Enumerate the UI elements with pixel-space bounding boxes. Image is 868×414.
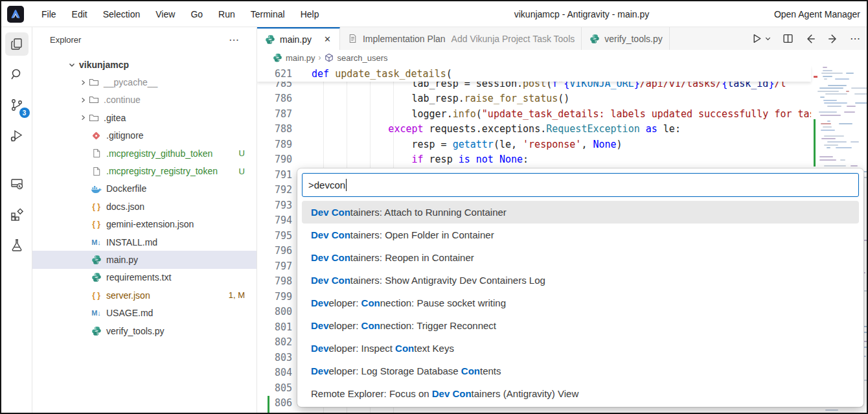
menu-item-help[interactable]: Help	[293, 6, 327, 22]
file-row-install-md[interactable]: M↓INSTALL.md	[32, 233, 257, 251]
minimap-line	[819, 156, 833, 157]
menu-item-edit[interactable]: Edit	[64, 6, 95, 22]
command-palette-results: Dev Containers: Attach to Running Contai…	[302, 201, 859, 405]
file-row-gemini-extension-json[interactable]: { }gemini-extension.json	[32, 216, 257, 233]
explorer-sidebar: Explorer ⋯ vikunjamcp __pycache__.contin…	[32, 27, 257, 413]
line-number: 796	[257, 245, 292, 257]
minimap-line	[827, 147, 830, 148]
title-bar: FileEditSelectionViewGoRunTerminalHelp v…	[1, 1, 867, 27]
menu-item-selection[interactable]: Selection	[95, 6, 148, 22]
command-item-7[interactable]: Developer: Log Storage Database Contents	[302, 360, 859, 382]
file-name: .gitea	[104, 113, 126, 123]
line-number: 800	[257, 306, 292, 317]
remote-explorer-icon[interactable]	[5, 172, 29, 196]
file-row--gitea[interactable]: .gitea	[32, 109, 257, 126]
explorer-icon[interactable]	[5, 32, 29, 56]
run-debug-icon[interactable]	[5, 124, 29, 147]
minimap-line	[819, 111, 837, 113]
minimap-line	[835, 78, 850, 80]
file-name: INSTALL.md	[106, 237, 157, 247]
chevron-right-icon	[78, 95, 88, 105]
line-number: 797	[257, 260, 292, 272]
source-control-icon[interactable]: 3	[5, 93, 29, 117]
file-row-docs-json[interactable]: { }docs.json	[32, 198, 257, 215]
file-row--gitignore[interactable]: .gitignore	[32, 127, 257, 144]
file-name: verify_tools.py	[106, 326, 164, 336]
testing-icon[interactable]	[5, 233, 29, 257]
tree-root-folder[interactable]: vikunjamcp	[32, 56, 257, 73]
file-row-main-py[interactable]: main.py	[32, 251, 257, 268]
minimap-line	[828, 85, 847, 86]
file-row-dockerfile[interactable]: Dockerfile	[32, 180, 257, 198]
file-name: .gitignore	[106, 130, 144, 141]
minimap-line	[821, 73, 843, 74]
line-number: 787	[257, 108, 292, 120]
json-icon: { }	[91, 219, 102, 230]
command-item-6[interactable]: Developer: Inspect Context Keys	[302, 337, 859, 360]
source-control-badge: 3	[19, 108, 30, 118]
minimap-line	[851, 87, 867, 89]
breadcrumb-file[interactable]: main.py	[286, 53, 315, 63]
command-item-8[interactable]: Remote Explorer: Focus on Dev Containers…	[302, 382, 859, 405]
extensions-icon[interactable]	[5, 203, 29, 226]
file-row-requirements-txt[interactable]: requirements.txt	[32, 269, 257, 286]
code-line-787: 787logger.info("update_task_details: lab…	[257, 106, 811, 122]
explorer-more-actions-icon[interactable]: ⋯	[229, 34, 240, 46]
line-number: 805	[257, 382, 292, 394]
file-row--mcpregistry-registry-token[interactable]: .mcpregistry_registry_tokenU	[32, 162, 257, 179]
minimap-line	[824, 165, 846, 167]
file-row--continue[interactable]: .continue	[32, 91, 257, 109]
menu-item-run[interactable]: Run	[211, 6, 243, 22]
file-name: main.py	[106, 255, 138, 265]
command-item-2[interactable]: Dev Containers: Reopen in Container	[302, 246, 859, 269]
docker-icon	[91, 183, 102, 194]
command-item-1[interactable]: Dev Containers: Open Folder in Container	[302, 224, 859, 246]
menu-item-view[interactable]: View	[148, 6, 183, 22]
file-row-server-json[interactable]: { }server.json1, M	[32, 286, 257, 304]
open-agent-manager-button[interactable]: Open Agent Manager	[774, 9, 860, 19]
breadcrumb-symbol[interactable]: search_users	[337, 53, 388, 63]
command-item-4[interactable]: Developer: Connection: Pause socket writ…	[302, 292, 859, 314]
file-name: requirements.txt	[106, 272, 171, 282]
minimap-line	[827, 106, 841, 107]
file-name: .mcpregistry_registry_token	[106, 166, 218, 176]
git-icon	[91, 130, 102, 141]
tab-verify-tools-py[interactable]: verify_tools.py	[582, 27, 669, 50]
file-name: .continue	[104, 95, 141, 105]
minimap-error-mark	[814, 76, 817, 78]
code-text: logger.info("update_task_details: labels…	[318, 108, 811, 120]
more-actions-icon[interactable]: ⋯	[850, 32, 860, 45]
command-item-3[interactable]: Dev Containers: Show Antigravity Dev Con…	[302, 269, 859, 292]
code-line-789: 789resp = getattr(le, 'response', None)	[257, 137, 811, 152]
md-icon: M↓	[91, 308, 102, 319]
split-editor-button[interactable]	[782, 33, 794, 44]
minimap-line	[839, 123, 853, 124]
minimap-line	[827, 141, 847, 143]
line-number: 799	[257, 291, 292, 303]
gutter-git-added-bar	[268, 396, 269, 414]
tab-implementation-plan[interactable]: Implementation PlanAdd Vikunja Project T…	[340, 27, 582, 50]
tab-main-py[interactable]: main.py✕	[257, 27, 340, 50]
command-palette-input[interactable]: >devcon	[302, 173, 859, 197]
file-row--pycache-[interactable]: __pycache__	[32, 73, 257, 91]
file-name: USAGE.md	[106, 308, 153, 318]
command-item-0[interactable]: Dev Containers: Attach to Running Contai…	[302, 201, 859, 224]
close-tab-icon[interactable]: ✕	[322, 34, 333, 45]
search-icon[interactable]	[5, 63, 29, 86]
menu-item-terminal[interactable]: Terminal	[243, 6, 293, 22]
line-number: 792	[257, 184, 292, 196]
menu-item-go[interactable]: Go	[183, 6, 211, 22]
sticky-scroll-line[interactable]: 621 def update_task_details(	[257, 65, 811, 82]
code-line-786: 786lab_resp.raise_for_status()	[257, 91, 811, 107]
menu-item-file[interactable]: File	[34, 6, 64, 22]
line-number: 794	[257, 214, 292, 226]
navigate-back-button[interactable]	[805, 33, 816, 45]
file-row-verify-tools-py[interactable]: verify_tools.py	[32, 322, 257, 339]
run-python-button[interactable]	[751, 33, 771, 44]
file-row-usage-md[interactable]: M↓USAGE.md	[32, 304, 257, 321]
file-row--mcpregistry-github-token[interactable]: .mcpregistry_github_tokenU	[32, 144, 257, 162]
command-item-5[interactable]: Developer: Connection: Trigger Reconnect	[302, 314, 859, 337]
minimap-line	[823, 76, 832, 77]
navigate-forward-button[interactable]	[827, 33, 839, 45]
symbol-cube-icon	[325, 53, 334, 63]
